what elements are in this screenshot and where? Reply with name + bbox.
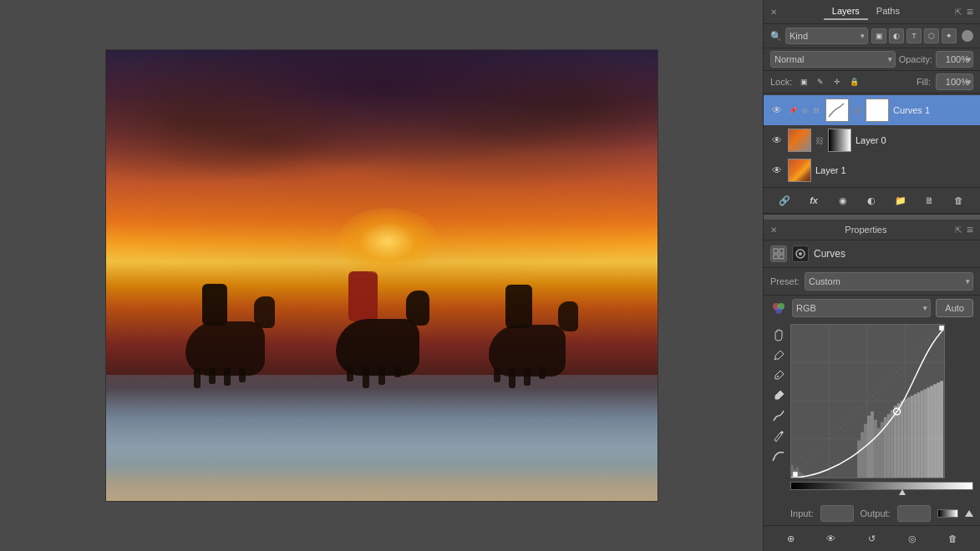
preset-select-wrapper: CustomDefaultStrong ContrastLinear Contr…: [805, 272, 973, 291]
kind-select-wrapper: KindNameEffectModeAttributeColorSmart Ob…: [785, 28, 868, 44]
channel-select-wrapper: RGBRedGreenBlue ▾: [792, 299, 931, 317]
layers-menu-icon[interactable]: ≡: [967, 5, 973, 18]
mask-btn[interactable]: ◉: [835, 192, 851, 209]
horse-figure-center: [332, 255, 432, 388]
horses-container: [106, 221, 658, 388]
curves-main: [764, 321, 980, 498]
svg-rect-45: [933, 384, 937, 478]
svg-rect-3: [779, 255, 784, 259]
lock-icons: ▣ ✎ ✛ 🔒: [797, 75, 861, 88]
layer-visibility-curves1[interactable]: 👁: [770, 104, 784, 117]
curves-eyedropper-white[interactable]: [770, 387, 787, 404]
horse-figure-right: [482, 255, 582, 388]
io-row: Input: 156 Output: 73: [764, 498, 980, 525]
curves-curve-tool[interactable]: [770, 407, 787, 424]
layers-list: 👁 📌 ◎ ⛓ ⛓ Curves 1 👁: [764, 94, 980, 187]
svg-rect-33: [894, 406, 897, 478]
input-triangle[interactable]: [899, 489, 906, 495]
svg-point-5: [799, 252, 802, 255]
filter-smart-btn[interactable]: ✦: [942, 28, 957, 43]
filter-shape-btn[interactable]: ⬡: [924, 28, 939, 43]
output-field[interactable]: 73: [897, 505, 931, 522]
kind-select[interactable]: KindNameEffectModeAttributeColorSmart Ob…: [785, 28, 868, 44]
prop-add-mask-btn[interactable]: ⊕: [782, 530, 799, 547]
fx-btn[interactable]: fx: [805, 192, 822, 209]
svg-rect-41: [920, 391, 923, 478]
tab-paths[interactable]: Paths: [868, 3, 908, 20]
curves-panel-title: Curves: [814, 248, 845, 260]
layer-name-layer0: Layer 0: [856, 135, 973, 145]
channel-select[interactable]: RGBRedGreenBlue: [792, 299, 931, 317]
curves-eyedropper-black[interactable]: [770, 347, 787, 364]
properties-collapse-icon[interactable]: ⇱: [955, 225, 962, 235]
curves1-chain-icon: ⛓: [811, 105, 821, 115]
adjustment-btn[interactable]: ◐: [863, 192, 880, 209]
curves-smooth-tool[interactable]: [770, 447, 787, 464]
delete-layer-btn[interactable]: 🗑: [951, 192, 967, 209]
blend-mode-select[interactable]: NormalDissolveMultiplyScreenOverlay: [770, 51, 896, 68]
layer-icons-curves1: 📌 ◎ ⛓: [788, 105, 821, 115]
properties-close[interactable]: ✕: [770, 225, 777, 235]
prop-visibility-btn[interactable]: ◎: [904, 530, 921, 547]
filter-adjust-btn[interactable]: ◐: [889, 28, 904, 43]
svg-rect-49: [793, 472, 798, 477]
curves-eyedropper-gray[interactable]: [770, 367, 787, 384]
svg-rect-39: [913, 394, 917, 478]
svg-point-8: [775, 307, 782, 314]
filter-type-btn[interactable]: T: [906, 28, 922, 43]
layer-item-curves1[interactable]: 👁 📌 ◎ ⛓ ⛓ Curves 1: [764, 95, 980, 125]
layer-thumb-curves1: [825, 99, 849, 122]
opacity-input[interactable]: [936, 51, 973, 68]
layers-collapse-icon[interactable]: ⇱: [955, 8, 962, 17]
filter-icon: 🔍: [770, 31, 782, 42]
layer-name-layer1: Layer 1: [815, 165, 973, 175]
canvas-image[interactable]: [106, 50, 658, 501]
layer-chain-curves1: ⛓: [853, 106, 861, 115]
output-gradient-bar: [937, 509, 958, 518]
svg-rect-27: [874, 420, 877, 478]
layer-visibility-layer0[interactable]: 👁: [770, 134, 784, 147]
canvas-area: [0, 0, 763, 551]
lock-all-btn[interactable]: 🔒: [847, 75, 861, 88]
properties-toolbar: ⊕ 👁 ↺ ◎ 🗑: [764, 525, 980, 551]
curves-hand-tool[interactable]: [770, 327, 787, 344]
layer-item-layer1[interactable]: 👁 Layer 1: [764, 155, 980, 185]
preset-row: Preset: CustomDefaultStrong ContrastLine…: [764, 268, 980, 296]
tab-layers[interactable]: Layers: [824, 3, 868, 20]
svg-rect-50: [939, 326, 944, 331]
svg-rect-47: [940, 381, 943, 478]
fill-input[interactable]: [936, 73, 973, 90]
panel-tabs: Layers Paths: [824, 3, 908, 20]
lock-transparency-btn[interactable]: ▣: [797, 75, 810, 88]
lock-paint-btn[interactable]: ✎: [814, 75, 827, 88]
input-label: Input:: [790, 508, 814, 518]
lock-row: Lock: ▣ ✎ ✛ 🔒 Fill: ▾: [764, 71, 980, 94]
layer-visibility-layer1[interactable]: 👁: [770, 164, 784, 177]
layers-panel-header-icons: ⇱ ≡: [955, 5, 973, 18]
preset-select[interactable]: CustomDefaultStrong ContrastLinear Contr…: [805, 272, 973, 291]
svg-rect-0: [774, 249, 778, 253]
properties-menu-icon[interactable]: ≡: [967, 223, 973, 236]
prop-delete-btn[interactable]: 🗑: [945, 530, 962, 547]
layers-panel-close[interactable]: ✕: [770, 8, 777, 17]
prop-reset-btn[interactable]: ↺: [863, 530, 880, 547]
input-field[interactable]: 156: [820, 505, 854, 522]
preset-label: Preset:: [770, 276, 800, 286]
svg-rect-46: [937, 382, 940, 478]
layer-chain-layer0: ⛓: [815, 136, 824, 145]
lock-move-btn[interactable]: ✛: [830, 75, 844, 88]
curves-pencil-tool[interactable]: [770, 427, 787, 444]
svg-point-9: [777, 376, 779, 377]
layer-item-layer0[interactable]: 👁 ⛓ Layer 0: [764, 125, 980, 155]
water-reflection: [106, 375, 658, 501]
curves-svg[interactable]: [790, 324, 945, 478]
link-layers-btn[interactable]: 🔗: [776, 192, 793, 209]
svg-rect-43: [927, 387, 930, 478]
new-layer-btn[interactable]: 🗎: [922, 192, 938, 209]
group-btn[interactable]: 📁: [892, 192, 909, 209]
prop-eye-btn[interactable]: 👁: [823, 530, 840, 547]
layer-mask-curves1: [866, 99, 889, 122]
fill-label: Fill:: [917, 77, 931, 87]
auto-btn[interactable]: Auto: [936, 299, 973, 317]
filter-pixel-btn[interactable]: ▣: [871, 28, 886, 43]
